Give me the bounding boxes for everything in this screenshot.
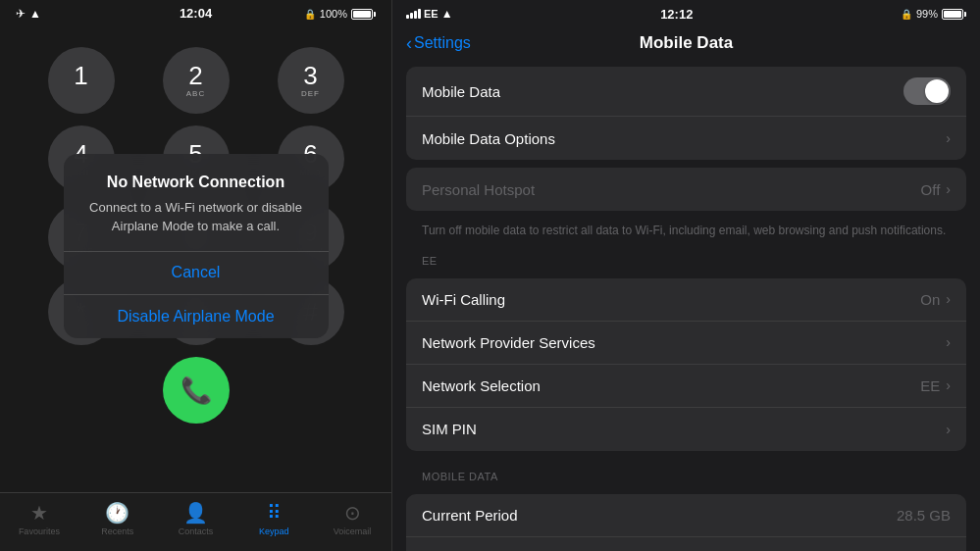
star-icon: ★ [30,501,48,525]
section-hotspot: Personal Hotspot Off › [406,168,966,211]
tab-bar: ★ Favourites 🕐 Recents 👤 Contacts ⠿ Keyp… [0,492,391,551]
wifi-calling-value: On [920,291,940,308]
left-panel: ✈ ▲ 12:04 🔒 100% 1 2 ABC [0,0,392,551]
network-provider-label: Network Provider Services [422,334,595,351]
mobile-data-toggle[interactable] [903,77,951,105]
personal-hotspot-label: Personal Hotspot [422,181,535,198]
section-mobile-data: Mobile Data Mobile Data Options › [406,67,966,160]
section-mobile-data-usage: Current Period 28.5 GB Current Period Ro… [406,494,966,551]
row-mobile-data[interactable]: Mobile Data [406,67,966,117]
tab-recents[interactable]: 🕐 Recents [78,501,157,536]
row-network-provider[interactable]: Network Provider Services › [406,322,966,365]
tab-recents-label: Recents [101,526,133,536]
toggle-thumb [925,79,949,103]
back-button[interactable]: ‹ Settings [406,33,471,54]
sim-pin-right: › [946,422,951,437]
status-time-right: 12:12 [660,7,693,22]
row-personal-hotspot[interactable]: Personal Hotspot Off › [406,168,966,211]
hotspot-chevron: › [946,181,951,197]
mobile-data-label: Mobile Data [422,83,500,100]
carrier-name: EE [424,8,438,20]
modal-overlay: No Network Connection Connect to a Wi-Fi… [0,0,391,492]
tab-keypad[interactable]: ⠿ Keypad [234,501,313,536]
tab-favourites-label: Favourites [19,526,60,536]
keypad-icon: ⠿ [267,501,282,525]
sim-pin-chevron: › [946,422,951,437]
hotspot-right: Off › [921,181,951,198]
right-battery-area: 🔒 99% [901,8,966,20]
modal-content: No Network Connection Connect to a Wi-Fi… [64,154,329,234]
network-selection-chevron: › [946,377,951,393]
tab-contacts-label: Contacts [179,526,214,536]
right-battery-pct: 99% [916,8,938,20]
tab-voicemail-label: Voicemail [334,526,372,536]
network-selection-value: EE [920,377,940,394]
lock-icon-right: 🔒 [901,9,912,20]
tab-voicemail[interactable]: ⊙ Voicemail [313,501,391,536]
hotspot-value: Off [921,181,941,198]
network-provider-chevron: › [946,334,951,350]
mobile-data-section-header: MOBILE DATA [392,459,980,486]
right-carrier-area: EE ▲ [406,7,453,21]
clock-icon: 🕐 [105,501,129,525]
battery-right [942,9,966,20]
chevron-left-icon: ‹ [406,33,412,54]
wifi-calling-right: On › [920,291,951,308]
row-network-selection[interactable]: Network Selection EE › [406,365,966,408]
back-label: Settings [414,34,471,52]
network-selection-right: EE › [920,377,951,394]
row-sim-pin[interactable]: SIM PIN › [406,408,966,451]
tab-keypad-label: Keypad [259,526,289,536]
right-panel: EE ▲ 12:12 🔒 99% ‹ Settings Mobile Data … [392,0,980,551]
modal-title: No Network Connection [79,174,313,191]
row-wifi-calling[interactable]: Wi-Fi Calling On › [406,278,966,322]
current-period-right: 28.5 GB [897,507,951,524]
current-period-value: 28.5 GB [897,507,951,524]
network-selection-label: Network Selection [422,377,541,394]
person-icon: 👤 [183,501,208,525]
section-ee: Wi-Fi Calling On › Network Provider Serv… [406,278,966,451]
wifi-calling-chevron: › [946,291,951,307]
cancel-button[interactable]: Cancel [64,251,329,294]
row-mobile-data-options[interactable]: Mobile Data Options › [406,117,966,160]
chevron-icon: › [946,130,951,146]
row-current-period-roaming[interactable]: Current Period Roaming 6.3 GB [406,537,966,551]
tab-favourites[interactable]: ★ Favourites [0,501,78,536]
ee-section-header: EE [392,243,980,271]
modal-box: No Network Connection Connect to a Wi-Fi… [64,154,329,337]
mobile-data-right [903,77,951,105]
wifi-icon-right: ▲ [441,7,453,21]
page-title: Mobile Data [640,33,733,53]
network-provider-right: › [946,334,951,350]
voicemail-icon: ⊙ [344,501,361,525]
mobile-data-options-label: Mobile Data Options [422,130,555,147]
row-current-period[interactable]: Current Period 28.5 GB [406,494,966,537]
disable-airplane-button[interactable]: Disable Airplane Mode [64,295,329,338]
status-bar-right: EE ▲ 12:12 🔒 99% [392,0,980,27]
hotspot-info-text: Turn off mobile data to restrict all dat… [392,219,980,243]
mobile-data-options-right: › [946,130,951,146]
wifi-calling-label: Wi-Fi Calling [422,291,505,308]
sim-pin-label: SIM PIN [422,421,477,437]
tab-contacts[interactable]: 👤 Contacts [157,501,235,536]
current-period-label: Current Period [422,507,518,524]
nav-bar: ‹ Settings Mobile Data [392,27,980,59]
modal-message: Connect to a Wi-Fi network or disable Ai… [79,199,313,234]
signal-bars [406,9,421,19]
